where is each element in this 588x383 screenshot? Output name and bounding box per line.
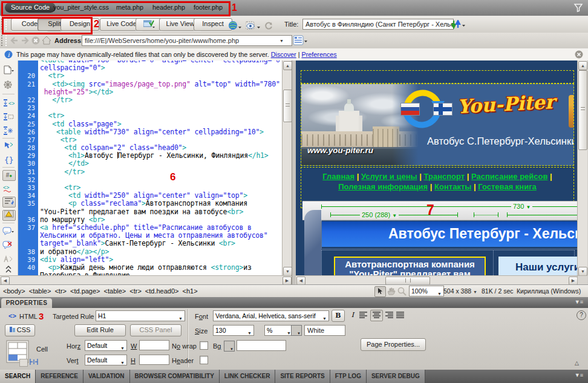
html-mode-button[interactable]: HTML [19,313,38,320]
nav-link[interactable]: Транспорт [424,172,465,181]
design-view[interactable]: You-Piter Автобус С.Петербург-Хельсинки … [296,61,577,275]
panel-menu-icon[interactable]: ▼≡ [575,370,588,383]
validate-eye-icon[interactable] [246,21,261,31]
remove-comment-icon[interactable] [2,240,15,251]
results-tab-browser-compatibility[interactable]: BROWSER COMPATIBILITY [130,370,220,383]
code-line[interactable]: cellspacing="0"> [40,64,282,72]
syntax-error-alerts-icon[interactable] [2,210,16,221]
page-properties-button[interactable]: Page Properties... [361,338,426,351]
tag-selector-item[interactable]: <body> [3,287,25,295]
results-tab-reference[interactable]: REFERENCE [36,370,83,383]
tag-selector-item[interactable]: <h1> [183,287,198,295]
address-grip[interactable] [1,35,7,46]
stop-icon[interactable] [31,36,41,45]
code-line[interactable] [40,104,282,112]
results-tab-search[interactable]: SEARCH [0,370,36,383]
align-right-icon[interactable] [385,312,394,319]
nav-link[interactable]: Услуги и цены [361,172,417,181]
address-input[interactable]: file:///E|/WebServers/home/you-piter/www… [82,35,292,46]
targeted-rule-dropdown[interactable]: H1▼ [96,310,185,321]
nav-link[interactable]: Гостевая книга [478,182,537,191]
bold-button[interactable]: B [332,310,345,322]
scroll-left-arrow[interactable]: ◀ [1,277,10,285]
edit-rule-button[interactable]: Edit Rule [74,324,126,336]
nav-link[interactable]: Расписание рейсов [471,172,547,181]
file-management-icon[interactable] [451,20,467,29]
css-panel-button[interactable]: CSS Panel [130,324,181,336]
scroll-thumb[interactable] [578,70,587,150]
tag-selector-item[interactable]: <table> [29,287,51,295]
apply-comment-icon[interactable]: ... [2,226,15,237]
results-tab-ftp-log[interactable]: FTP LOG [330,370,367,383]
collapse-panel-icon[interactable]: △ [575,360,579,366]
scroll-thumb[interactable] [385,277,430,285]
align-left-icon[interactable] [359,312,368,319]
hand-tool[interactable] [387,287,396,296]
results-tab-validation[interactable]: VALIDATION [83,370,130,383]
home-icon[interactable] [42,36,51,45]
vert-dropdown[interactable]: Default▼ [85,355,127,365]
no-wrap-checkbox[interactable] [200,341,208,350]
close-info-icon[interactable] [575,50,583,59]
format-source-icon[interactable] [2,254,15,265]
expand-all-icon[interactable] [2,126,15,137]
results-tab-server-debug[interactable]: SERVER DEBUG [367,370,425,383]
font-dropdown[interactable]: Verdana, Arial, Helvetica, sans-serif▼ [213,310,329,321]
refresh-icon[interactable] [264,22,273,30]
scroll-right-arrow[interactable]: ▶ [283,277,292,285]
merge-cells-icon[interactable] [19,359,28,367]
text-color-input[interactable]: White [304,325,345,336]
panel-menu-icon[interactable]: ▼≡ [575,299,583,305]
italic-button[interactable]: I [348,311,358,321]
scroll-up-arrow[interactable]: ▲ [578,61,587,70]
open-documents-icon[interactable] [2,65,15,76]
discover-link[interactable]: Discover [271,51,296,58]
help-icon[interactable]: ? [577,310,586,320]
column-width-250[interactable]: 250 (288) ▼ [360,211,399,218]
scroll-left-arrow[interactable]: ◀ [296,277,305,285]
code-line[interactable]: height="25"></td> [40,88,282,96]
unit-dropdown[interactable]: %▼ [264,325,293,336]
column-width-730[interactable]: 730 ▼ [511,203,532,210]
title-input[interactable]: Автобус в Финляндию (Санкт Петербург - Х… [302,19,454,30]
code-vscrollbar[interactable]: ▲ ▼ [282,61,292,275]
css-mode-button[interactable]: CSS [5,324,35,336]
scroll-right-arrow[interactable]: ▶ [569,277,578,285]
tag-selector-item[interactable]: <table> [104,287,126,295]
back-icon[interactable] [10,36,19,45]
zoom-tool[interactable] [397,287,407,296]
text-color-swatch[interactable]: ▼ [291,325,302,336]
filter-icon[interactable] [573,3,583,13]
design-vscrollbar[interactable]: ▲ ▼ [577,61,587,275]
size-dropdown[interactable]: 130▼ [213,325,254,336]
nav-link[interactable]: Контакты [434,182,471,191]
tag-selector-item[interactable]: <tr> [54,287,67,295]
h-input[interactable] [139,355,169,365]
tag-selector-item[interactable]: <tr> [129,287,142,295]
code-line[interactable]: </tr> [40,168,282,176]
highlight-invalid-code-icon[interactable]: <> [2,183,15,194]
header-checkbox[interactable] [200,356,208,364]
preferences-link[interactable]: Preferences [302,51,337,58]
code-line[interactable]: </tr> [40,96,282,104]
window-size[interactable]: 504 x 388 ▼ [443,287,477,295]
results-tab-site-reports[interactable]: SITE REPORTS [275,370,330,383]
align-justify-icon[interactable] [396,312,405,319]
collapse-full-tag-icon[interactable]: <> [2,98,15,109]
tag-selector-item[interactable]: <td.head0> [145,287,179,295]
bg-color-input[interactable] [237,340,286,351]
line-numbers-icon[interactable]: #● [2,170,16,181]
scroll-thumb[interactable] [283,90,292,122]
word-wrap-icon[interactable] [2,197,16,208]
scroll-down-arrow[interactable]: ▼ [283,267,292,276]
tag-selector-item[interactable]: <td.page> [70,287,100,295]
file-list-icon[interactable] [293,35,309,46]
magnification-dropdown[interactable]: 100%▼ [409,286,444,296]
results-tab-link-checker[interactable]: LINK CHECKER [220,370,276,383]
align-center-button[interactable] [370,310,383,321]
select-tool[interactable] [374,286,386,297]
properties-tab[interactable]: PROPERTIES [1,298,52,308]
nav-link[interactable]: Главная [322,172,354,181]
code-hscrollbar[interactable]: ◀ ▶ [0,275,292,285]
preview-in-browser-icon[interactable] [228,21,243,31]
